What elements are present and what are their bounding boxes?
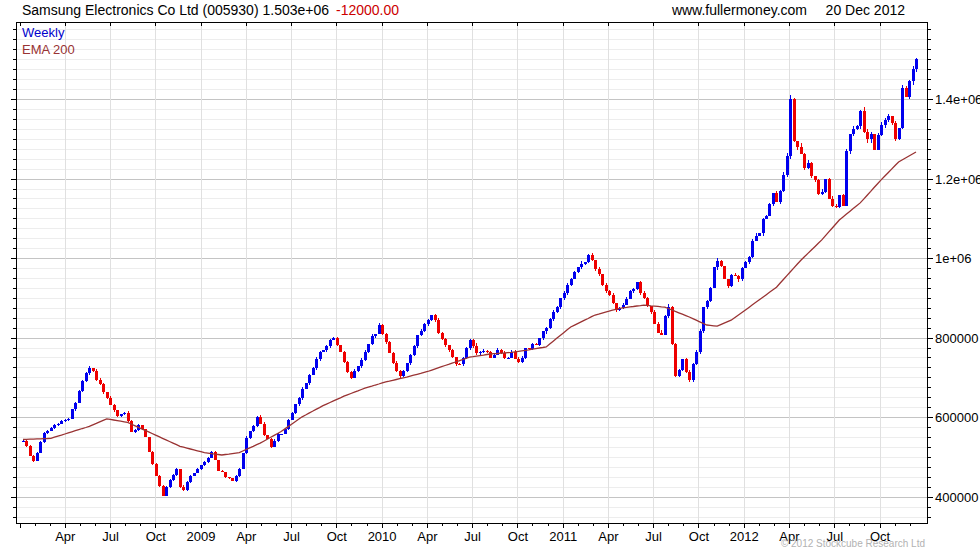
y-axis-label: 400000 [935, 490, 978, 505]
chart-date: 20 Dec 2012 [826, 2, 905, 18]
x-axis-label: Oct [327, 529, 348, 544]
price-change: -12000.00 [336, 2, 399, 18]
website-url: www.fullermoney.com [672, 2, 807, 18]
x-axis-label: Jul [283, 529, 300, 544]
x-axis-label: 2012 [730, 529, 759, 544]
legend-weekly: Weekly [22, 25, 64, 40]
x-axis-label: Apr [598, 529, 619, 544]
x-axis-label: Apr [236, 529, 257, 544]
x-axis-label: 2009 [187, 529, 216, 544]
x-axis-label: Apr [55, 529, 76, 544]
y-axis-label: 600000 [935, 410, 978, 425]
x-axis-label: Oct [508, 529, 529, 544]
x-axis-label: Jul [464, 529, 481, 544]
y-axis-label: 1.4e+06 [935, 92, 980, 107]
x-axis-label: Oct [689, 529, 710, 544]
candlestick-chart: 4000006000008000001e+061.2e+061.4e+06Apr… [0, 0, 980, 560]
y-axis-label: 1.2e+06 [935, 172, 980, 187]
legend-ema-200: EMA 200 [22, 42, 75, 57]
chart-title: Samsung Electronics Co Ltd (005930) 1.50… [22, 2, 399, 18]
x-axis-label: Jul [645, 529, 662, 544]
x-axis-label: Jul [102, 529, 119, 544]
chart-page: 4000006000008000001e+061.2e+061.4e+06Apr… [0, 0, 980, 560]
title-text: Samsung Electronics Co Ltd (005930) 1.50… [22, 2, 329, 18]
y-axis-label: 1e+06 [935, 251, 972, 266]
copyright-notice: © 2012 Stockcube Research Ltd [781, 538, 925, 549]
y-axis-label: 800000 [935, 331, 978, 346]
x-axis-label: Oct [146, 529, 167, 544]
x-axis-label: Apr [417, 529, 438, 544]
x-axis-label: 2010 [368, 529, 397, 544]
x-axis-label: 2011 [549, 529, 577, 544]
